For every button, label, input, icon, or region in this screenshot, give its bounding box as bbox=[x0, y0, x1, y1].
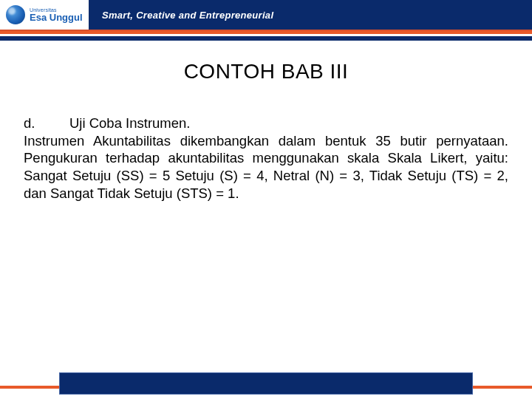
logo-text: Universitas Esa Unggul bbox=[30, 7, 83, 22]
slide-footer bbox=[0, 386, 532, 399]
footer-blue-box bbox=[59, 372, 473, 395]
list-item-heading-row: d. Uji Coba Instrumen. bbox=[24, 115, 508, 132]
header-accent-bar bbox=[0, 36, 532, 41]
body-paragraph: Instrumen Akuntabilitas dikembangkan dal… bbox=[24, 132, 508, 202]
logo-orb-icon bbox=[6, 5, 25, 24]
header-tagline: Smart, Creative and Entrepreneurial bbox=[102, 10, 273, 21]
item-heading: Uji Coba Instrumen. bbox=[69, 115, 190, 132]
page-title: CONTOH BAB III bbox=[0, 60, 532, 83]
header-orange-strip bbox=[0, 31, 532, 34]
item-label: d. bbox=[24, 115, 69, 132]
body-content: d. Uji Coba Instrumen. Instrumen Akuntab… bbox=[24, 115, 508, 202]
university-logo: Universitas Esa Unggul bbox=[0, 0, 89, 30]
slide-header: Universitas Esa Unggul Smart, Creative a… bbox=[0, 0, 532, 31]
logo-big-text: Esa Unggul bbox=[30, 13, 83, 22]
